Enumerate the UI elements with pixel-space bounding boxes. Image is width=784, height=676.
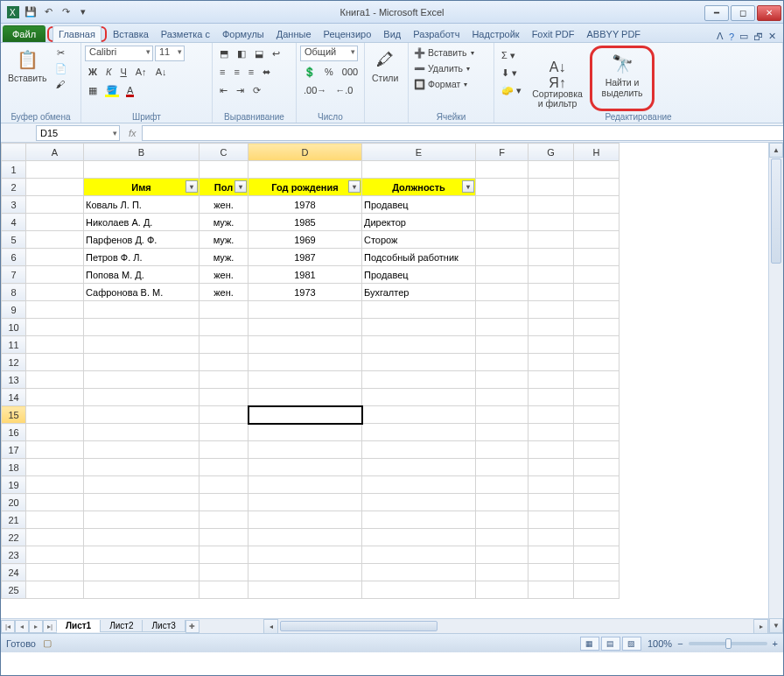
cell-B15[interactable] <box>84 406 200 424</box>
cell-D2[interactable]: Год рождения▾ <box>248 179 362 196</box>
cell-B3[interactable]: Коваль Л. П. <box>84 196 200 214</box>
cell-F15[interactable] <box>476 406 528 424</box>
zoom-handle[interactable] <box>725 638 732 649</box>
cell-D10[interactable] <box>248 319 362 336</box>
cell-A8[interactable] <box>26 284 84 301</box>
row-header-1[interactable]: 1 <box>2 161 26 179</box>
cell-G12[interactable] <box>528 354 574 371</box>
cell-G10[interactable] <box>528 319 574 336</box>
cell-D17[interactable] <box>248 441 362 459</box>
percent-icon[interactable]: % <box>321 64 337 80</box>
filter-button-d[interactable]: ▾ <box>348 180 360 193</box>
cell-A16[interactable] <box>26 424 84 441</box>
cell-B11[interactable] <box>84 336 200 354</box>
cell-B4[interactable]: Николаев А. Д. <box>84 214 200 231</box>
cell-G3[interactable] <box>528 196 574 214</box>
formula-input[interactable] <box>142 125 783 141</box>
align-right-icon[interactable]: ≡ <box>245 64 257 80</box>
cell-H13[interactable] <box>574 371 620 389</box>
cell-E1[interactable] <box>362 161 476 179</box>
decimal-increase-icon[interactable]: .00→ <box>300 82 330 98</box>
font-size-combo[interactable]: 11 <box>155 46 185 61</box>
cell-G25[interactable] <box>528 581 574 599</box>
fx-icon[interactable]: fx <box>123 128 142 138</box>
cell-D18[interactable] <box>248 459 362 476</box>
cell-D16[interactable] <box>248 424 362 441</box>
cell-G18[interactable] <box>528 459 574 476</box>
cell-E25[interactable] <box>362 581 476 599</box>
merge-icon[interactable]: ⬌ <box>259 64 274 80</box>
cell-F7[interactable] <box>476 266 528 284</box>
cell-A6[interactable] <box>26 249 84 266</box>
tab-formulas[interactable]: Формулы <box>216 25 270 42</box>
cell-F21[interactable] <box>476 511 528 529</box>
cell-C8[interactable]: жен. <box>200 284 248 301</box>
tab-home[interactable]: Главная <box>52 25 102 42</box>
cell-C6[interactable]: муж. <box>200 249 248 266</box>
align-middle-icon[interactable]: ◧ <box>234 46 249 61</box>
cell-C9[interactable] <box>200 301 248 319</box>
cell-H22[interactable] <box>574 529 620 546</box>
row-header-21[interactable]: 21 <box>2 511 26 529</box>
cell-C4[interactable]: муж. <box>200 214 248 231</box>
cell-A21[interactable] <box>26 511 84 529</box>
cell-H11[interactable] <box>574 336 620 354</box>
name-box[interactable]: D15 <box>36 125 120 141</box>
paste-button[interactable]: 📋 Вставить <box>4 46 51 86</box>
filter-button-c[interactable]: ▾ <box>234 180 247 193</box>
macro-record-icon[interactable]: ▢ <box>43 637 52 649</box>
cell-E11[interactable] <box>362 336 476 354</box>
col-header-F[interactable]: F <box>476 144 528 161</box>
cell-G24[interactable] <box>528 564 574 581</box>
cell-G2[interactable] <box>528 179 574 196</box>
cell-A11[interactable] <box>26 336 84 354</box>
cell-G19[interactable] <box>528 476 574 494</box>
align-left-icon[interactable]: ≡ <box>216 64 228 80</box>
vertical-scrollbar[interactable]: ▲ ▼ <box>768 143 783 633</box>
cell-F19[interactable] <box>476 476 528 494</box>
cell-C22[interactable] <box>200 529 248 546</box>
cell-H7[interactable] <box>574 266 620 284</box>
ribbon-minimize-icon[interactable]: ᐱ <box>717 31 724 42</box>
cell-E7[interactable]: Продавец <box>362 266 476 284</box>
tab-abbyy[interactable]: ABBYY PDF <box>581 25 648 42</box>
save-icon[interactable]: 💾 <box>24 5 38 19</box>
tab-review[interactable]: Рецензиро <box>318 25 378 42</box>
zoom-level[interactable]: 100% <box>648 638 672 649</box>
cell-E13[interactable] <box>362 371 476 389</box>
clear-icon[interactable]: 🧽 ▾ <box>498 82 525 98</box>
cell-B10[interactable] <box>84 319 200 336</box>
close-button[interactable]: ✕ <box>757 5 781 21</box>
find-select-button[interactable]: 🔭 Найти и выделить <box>596 50 648 100</box>
cell-G9[interactable] <box>528 301 574 319</box>
cell-G8[interactable] <box>528 284 574 301</box>
row-header-11[interactable]: 11 <box>2 336 26 354</box>
cell-G6[interactable] <box>528 249 574 266</box>
cell-F10[interactable] <box>476 319 528 336</box>
row-header-23[interactable]: 23 <box>2 546 26 564</box>
cell-A14[interactable] <box>26 389 84 406</box>
cell-A20[interactable] <box>26 494 84 511</box>
font-shrink-icon[interactable]: A↓ <box>152 64 171 80</box>
tab-file[interactable]: Файл <box>3 25 46 42</box>
cut-icon[interactable]: ✂ <box>54 46 68 60</box>
cell-D14[interactable] <box>248 389 362 406</box>
cell-G4[interactable] <box>528 214 574 231</box>
align-center-icon[interactable]: ≡ <box>230 64 242 80</box>
cell-B16[interactable] <box>84 424 200 441</box>
redo-icon[interactable]: ↷ <box>59 5 73 19</box>
cell-D23[interactable] <box>248 546 362 564</box>
cell-G20[interactable] <box>528 494 574 511</box>
cell-A17[interactable] <box>26 441 84 459</box>
cell-A13[interactable] <box>26 371 84 389</box>
select-all-cell[interactable] <box>2 144 26 161</box>
cell-H14[interactable] <box>574 389 620 406</box>
cell-B23[interactable] <box>84 546 200 564</box>
align-top-icon[interactable]: ⬒ <box>216 46 232 61</box>
cell-D15[interactable] <box>248 406 362 424</box>
row-header-10[interactable]: 10 <box>2 319 26 336</box>
cell-E10[interactable] <box>362 319 476 336</box>
cell-B8[interactable]: Сафронова В. М. <box>84 284 200 301</box>
cell-F1[interactable] <box>476 161 528 179</box>
cell-H15[interactable] <box>574 406 620 424</box>
